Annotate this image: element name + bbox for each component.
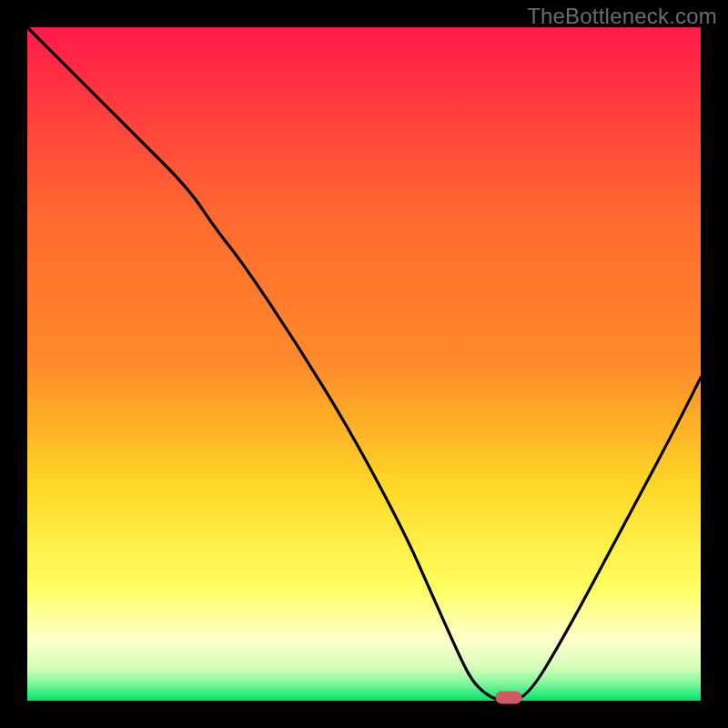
optimal-marker (496, 692, 521, 703)
watermark-text: TheBottleneck.com (527, 4, 717, 29)
chart-stage: TheBottleneck.com (0, 0, 728, 728)
chart-svg (0, 0, 728, 728)
